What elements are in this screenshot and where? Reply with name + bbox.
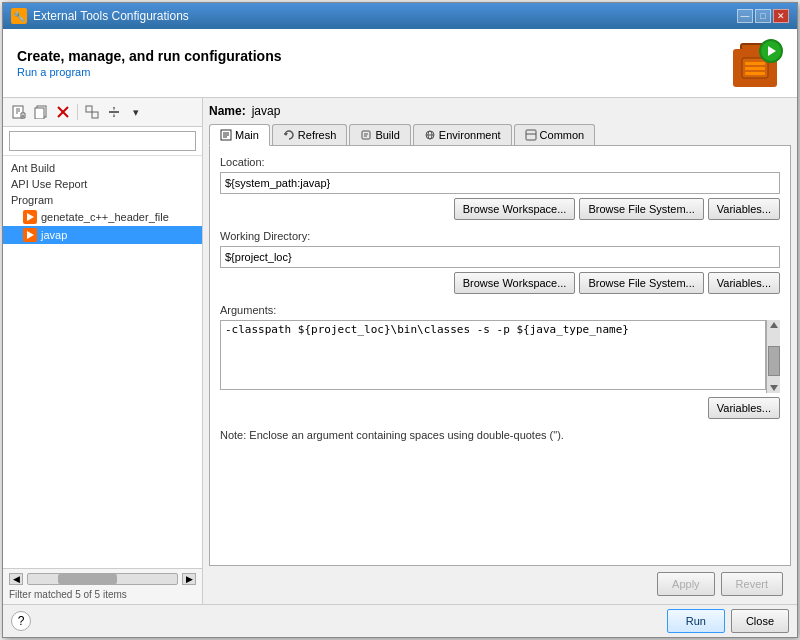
working-dir-input[interactable] bbox=[220, 246, 780, 268]
location-input[interactable] bbox=[220, 172, 780, 194]
footer-buttons: Run Close bbox=[667, 609, 789, 633]
svg-rect-17 bbox=[109, 111, 119, 113]
main-tab-icon bbox=[220, 129, 232, 141]
location-label: Location: bbox=[220, 156, 780, 168]
header-subtitle[interactable]: Run a program bbox=[17, 66, 282, 78]
minimize-button[interactable]: — bbox=[737, 9, 753, 23]
arguments-buttons: Variables... bbox=[220, 397, 780, 419]
name-value: javap bbox=[252, 104, 281, 118]
scroll-right-btn[interactable]: ▶ bbox=[182, 573, 196, 585]
arguments-textarea[interactable]: -classpath ${project_loc}\bin\classes -s… bbox=[220, 320, 766, 390]
tree-category-program: Program bbox=[3, 192, 202, 208]
apply-button[interactable]: Apply bbox=[657, 572, 715, 596]
tree-item-javap[interactable]: javap bbox=[3, 226, 202, 244]
tab-common-label: Common bbox=[540, 129, 585, 141]
maximize-button[interactable]: □ bbox=[755, 9, 771, 23]
filter-status: Filter matched 5 of 5 items bbox=[9, 589, 196, 600]
name-row: Name: javap bbox=[209, 104, 791, 118]
revert-button[interactable]: Revert bbox=[721, 572, 783, 596]
run-button[interactable]: Run bbox=[667, 609, 725, 633]
svg-rect-12 bbox=[35, 108, 44, 119]
variables-3-button[interactable]: Variables... bbox=[708, 397, 780, 419]
scroll-thumb bbox=[58, 574, 118, 584]
tab-environment[interactable]: Environment bbox=[413, 124, 512, 145]
textarea-scrollbar[interactable] bbox=[766, 320, 780, 393]
tree-area: Ant Build API Use Report Program genetat… bbox=[3, 156, 202, 568]
title-bar-text: External Tools Configurations bbox=[33, 9, 189, 23]
svg-marker-19 bbox=[113, 113, 115, 117]
expand-button[interactable] bbox=[104, 102, 124, 122]
tree-toolbar: ▾ bbox=[3, 98, 202, 127]
scroll-bar-area: ◀ ▶ bbox=[9, 573, 196, 585]
svg-marker-20 bbox=[27, 213, 34, 221]
header-icon-area bbox=[729, 39, 783, 87]
browse-workspace-2-button[interactable]: Browse Workspace... bbox=[454, 272, 576, 294]
content-area: ▾ Ant Build API Use Report Program genet… bbox=[3, 98, 797, 604]
browse-workspace-1-button[interactable]: Browse Workspace... bbox=[454, 198, 576, 220]
arguments-wrapper: -classpath ${project_loc}\bin\classes -s… bbox=[220, 320, 780, 393]
svg-rect-33 bbox=[526, 130, 536, 140]
scroll-track[interactable] bbox=[27, 573, 178, 585]
run-item-icon-2 bbox=[23, 228, 37, 242]
tab-refresh[interactable]: Refresh bbox=[272, 124, 348, 145]
run-item-icon bbox=[23, 210, 37, 224]
delete-config-button[interactable] bbox=[53, 102, 73, 122]
tab-common[interactable]: Common bbox=[514, 124, 596, 145]
svg-marker-36 bbox=[770, 385, 778, 391]
svg-rect-16 bbox=[92, 112, 98, 118]
browse-filesystem-1-button[interactable]: Browse File System... bbox=[579, 198, 703, 220]
working-dir-label: Working Directory: bbox=[220, 230, 780, 242]
header-title: Create, manage, and run configurations bbox=[17, 48, 282, 64]
common-tab-icon bbox=[525, 129, 537, 141]
arguments-label: Arguments: bbox=[220, 304, 780, 316]
tab-main[interactable]: Main bbox=[209, 124, 270, 146]
header-area: Create, manage, and run configurations R… bbox=[3, 29, 797, 98]
svg-marker-18 bbox=[113, 107, 115, 111]
filter-input[interactable] bbox=[9, 131, 196, 151]
variables-2-button[interactable]: Variables... bbox=[708, 272, 780, 294]
dialog-footer: ? Run Close bbox=[3, 604, 797, 637]
tab-main-label: Main bbox=[235, 129, 259, 141]
svg-rect-15 bbox=[86, 106, 92, 112]
more-button[interactable]: ▾ bbox=[126, 102, 146, 122]
build-tab-icon bbox=[360, 129, 372, 141]
close-button[interactable]: Close bbox=[731, 609, 789, 633]
svg-rect-27 bbox=[362, 131, 370, 139]
main-tab-content: Location: document.querySelector('[data-… bbox=[209, 146, 791, 566]
left-panel: ▾ Ant Build API Use Report Program genet… bbox=[3, 98, 203, 604]
toolbar-sep bbox=[77, 104, 78, 120]
location-buttons: Browse Workspace... Browse File System..… bbox=[220, 198, 780, 220]
title-bar: 🔧 External Tools Configurations — □ ✕ bbox=[3, 3, 797, 29]
svg-marker-35 bbox=[770, 322, 778, 328]
title-bar-icon: 🔧 bbox=[11, 8, 27, 24]
copy-config-button[interactable] bbox=[31, 102, 51, 122]
tree-category-ant: Ant Build bbox=[3, 160, 202, 176]
note-text: Note: Enclose an argument containing spa… bbox=[220, 429, 780, 441]
right-panel: Name: javap Main Refresh Build bbox=[203, 98, 797, 604]
new-config-button[interactable] bbox=[9, 102, 29, 122]
svg-rect-1 bbox=[745, 62, 765, 65]
tab-refresh-label: Refresh bbox=[298, 129, 337, 141]
tabs-bar: Main Refresh Build Environment Common bbox=[209, 124, 791, 146]
tree-category-api: API Use Report bbox=[3, 176, 202, 192]
scroll-left-btn[interactable]: ◀ bbox=[9, 573, 23, 585]
close-title-button[interactable]: ✕ bbox=[773, 9, 789, 23]
env-tab-icon bbox=[424, 129, 436, 141]
run-icon bbox=[759, 39, 783, 63]
dialog-container: 🔧 External Tools Configurations — □ ✕ Cr… bbox=[2, 2, 798, 638]
tree-item-generate[interactable]: genetate_c++_header_file bbox=[3, 208, 202, 226]
refresh-tab-icon bbox=[283, 129, 295, 141]
collapse-button[interactable] bbox=[82, 102, 102, 122]
browse-filesystem-2-button[interactable]: Browse File System... bbox=[579, 272, 703, 294]
left-bottom: ◀ ▶ Filter matched 5 of 5 items bbox=[3, 568, 202, 604]
svg-marker-21 bbox=[27, 231, 34, 239]
bottom-button-row: Apply Revert bbox=[209, 566, 791, 598]
tab-build-label: Build bbox=[375, 129, 399, 141]
variables-1-button[interactable]: Variables... bbox=[708, 198, 780, 220]
working-dir-buttons: Browse Workspace... Browse File System..… bbox=[220, 272, 780, 294]
scrollbar-thumb bbox=[768, 346, 780, 376]
help-button[interactable]: ? bbox=[11, 611, 31, 631]
tab-build[interactable]: Build bbox=[349, 124, 410, 145]
tab-environment-label: Environment bbox=[439, 129, 501, 141]
svg-rect-3 bbox=[745, 72, 765, 75]
